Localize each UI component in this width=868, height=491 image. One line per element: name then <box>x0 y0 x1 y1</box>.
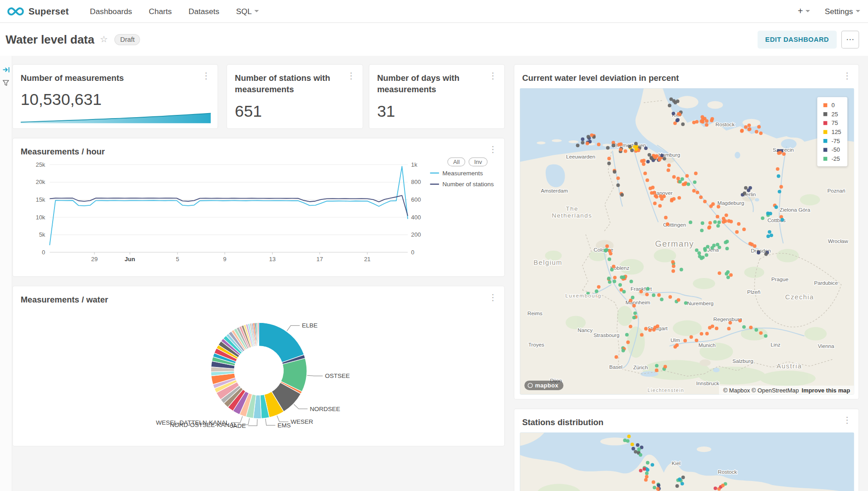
station-dot[interactable] <box>700 221 704 225</box>
station-dot[interactable] <box>717 220 721 224</box>
station-dot[interactable] <box>678 477 681 481</box>
nav-item-sql[interactable]: SQL <box>236 7 259 16</box>
chart-menu-icon[interactable] <box>840 415 854 425</box>
station-dot[interactable] <box>631 447 635 451</box>
station-dot[interactable] <box>640 333 644 337</box>
station-dot[interactable] <box>637 447 641 451</box>
station-dot[interactable] <box>646 468 650 471</box>
station-dot[interactable] <box>671 112 675 115</box>
station-dot[interactable] <box>660 197 664 201</box>
station-dot[interactable] <box>634 450 637 454</box>
legend-item[interactable]: Measurements <box>430 170 493 177</box>
station-dot[interactable] <box>715 327 719 330</box>
station-dot[interactable] <box>639 290 643 293</box>
nav-item-dashboards[interactable]: Dashboards <box>90 7 132 16</box>
station-dot[interactable] <box>612 280 616 283</box>
station-dot[interactable] <box>642 162 646 166</box>
station-dot[interactable] <box>621 349 625 352</box>
station-dot[interactable] <box>681 177 684 181</box>
station-dot[interactable] <box>646 287 650 291</box>
station-dot[interactable] <box>655 364 659 367</box>
chart-menu-icon[interactable] <box>840 70 854 81</box>
station-dot[interactable] <box>718 271 721 275</box>
station-dot[interactable] <box>622 290 626 293</box>
station-dot[interactable] <box>632 304 636 307</box>
station-dot[interactable] <box>633 312 637 315</box>
station-dot[interactable] <box>646 179 649 182</box>
station-dot[interactable] <box>668 295 672 299</box>
station-dot[interactable] <box>668 104 671 107</box>
station-dot[interactable] <box>636 443 640 447</box>
chart-menu-icon[interactable] <box>486 70 500 81</box>
station-dot[interactable] <box>605 244 609 248</box>
station-dot[interactable] <box>631 442 634 446</box>
station-dot[interactable] <box>664 216 668 219</box>
station-dot[interactable] <box>639 453 642 457</box>
station-dot[interactable] <box>657 293 661 297</box>
station-dot[interactable] <box>627 435 631 438</box>
station-dot[interactable] <box>660 298 664 301</box>
station-dot[interactable] <box>780 218 784 222</box>
station-dot[interactable] <box>635 147 638 151</box>
station-dot[interactable] <box>764 252 768 256</box>
station-dot[interactable] <box>632 316 636 319</box>
map-legend-item[interactable]: 125 <box>824 129 841 135</box>
station-dot[interactable] <box>660 154 664 157</box>
mapbox-logo[interactable]: mapbox <box>524 381 563 390</box>
station-dot[interactable] <box>747 124 751 127</box>
water-donut-chart[interactable]: ELBEOSTSEENORDSEEWESEREMSJADENORD-OSTSEE… <box>13 309 505 446</box>
station-dot[interactable] <box>743 192 746 195</box>
station-dot[interactable] <box>716 224 720 228</box>
station-dot[interactable] <box>581 141 585 144</box>
deviation-map[interactable]: LeeuwardenAmsterdamCologneKoblenzReimsTr… <box>520 88 854 395</box>
station-dot[interactable] <box>650 191 654 195</box>
station-dot[interactable] <box>721 484 725 487</box>
station-dot[interactable] <box>625 333 629 337</box>
station-dot[interactable] <box>597 285 601 289</box>
station-dot[interactable] <box>622 275 626 279</box>
station-dot[interactable] <box>658 204 662 208</box>
station-dot[interactable] <box>653 202 657 205</box>
station-dot[interactable] <box>769 233 773 237</box>
map-legend-item[interactable]: -75 <box>824 137 841 144</box>
map-legend-item[interactable]: 0 <box>824 102 841 109</box>
station-dot[interactable] <box>711 202 715 206</box>
station-dot[interactable] <box>616 184 620 187</box>
station-dot[interactable] <box>629 299 632 303</box>
station-dot[interactable] <box>705 332 709 336</box>
station-dot[interactable] <box>740 129 744 133</box>
hourly-line-chart[interactable]: 005k20010k40015k60020k80025k1k29Jun59131… <box>13 139 505 278</box>
station-dot[interactable] <box>626 439 630 443</box>
station-dot[interactable] <box>610 268 614 272</box>
station-dot[interactable] <box>581 138 585 141</box>
map-canvas[interactable]: KielRostock <box>520 432 854 491</box>
station-dot[interactable] <box>724 241 727 244</box>
station-dot[interactable] <box>649 187 652 190</box>
donut-slice-elbe[interactable] <box>259 322 304 362</box>
map-legend-item[interactable]: -50 <box>824 146 841 153</box>
station-dot[interactable] <box>700 228 704 232</box>
station-dot[interactable] <box>615 355 618 359</box>
filter-pill-inv[interactable]: Inv <box>469 158 488 167</box>
station-dot[interactable] <box>680 268 683 272</box>
stations-map[interactable]: KielRostock <box>520 432 854 491</box>
station-dot[interactable] <box>630 280 633 283</box>
favorite-star-icon[interactable] <box>100 34 108 45</box>
station-dot[interactable] <box>676 99 680 103</box>
station-dot[interactable] <box>689 220 692 224</box>
station-dot[interactable] <box>619 148 622 151</box>
station-dot[interactable] <box>576 144 580 147</box>
station-dot[interactable] <box>619 143 623 146</box>
station-dot[interactable] <box>747 188 750 192</box>
station-dot[interactable] <box>776 167 779 171</box>
station-dot[interactable] <box>645 475 649 479</box>
station-dot[interactable] <box>685 174 689 178</box>
station-dot[interactable] <box>706 245 710 248</box>
station-dot[interactable] <box>725 247 729 250</box>
station-dot[interactable] <box>663 365 667 368</box>
station-dot[interactable] <box>766 234 770 238</box>
station-dot[interactable] <box>681 123 685 126</box>
station-dot[interactable] <box>644 478 648 481</box>
station-dot[interactable] <box>704 248 707 252</box>
station-dot[interactable] <box>749 326 753 329</box>
